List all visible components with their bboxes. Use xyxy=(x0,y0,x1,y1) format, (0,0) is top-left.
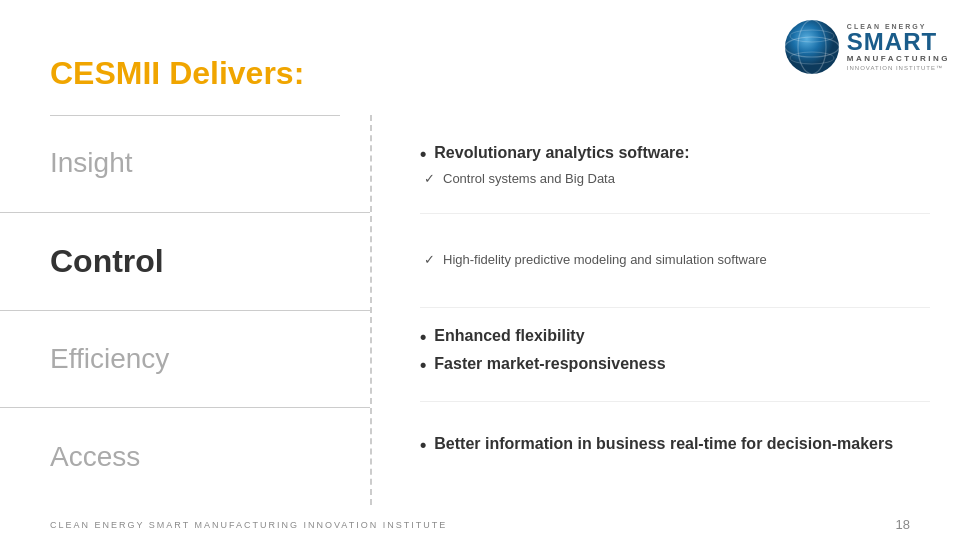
bullet-hifi-modeling: High-fidelity predictive modeling and si… xyxy=(420,252,930,267)
page-number: 18 xyxy=(896,517,910,532)
badge-innovation: INNOVATION INSTITUTE™ xyxy=(847,65,943,71)
access-label: Access xyxy=(50,441,340,473)
left-item-efficiency[interactable]: Efficiency xyxy=(0,311,370,409)
bullet-faster-market: Faster market-responsiveness xyxy=(420,355,930,377)
control-label: Control xyxy=(50,243,340,280)
efficiency-label: Efficiency xyxy=(50,343,340,375)
bullet-better-info: Better information in business real-time… xyxy=(420,435,930,457)
vertical-divider xyxy=(370,115,372,505)
badge-smart: SMART xyxy=(847,30,937,54)
main-content: Insight Control Efficiency Access Revolu… xyxy=(0,115,960,505)
left-item-access[interactable]: Access xyxy=(0,408,370,505)
svg-point-0 xyxy=(785,20,839,74)
title-suffix: Delivers: xyxy=(160,55,304,91)
bullet-control-systems: Control systems and Big Data xyxy=(420,171,930,186)
page-title: CESMII Delivers: xyxy=(50,55,304,92)
insight-label: Insight xyxy=(50,147,340,179)
left-item-control[interactable]: Control xyxy=(0,213,370,311)
bullet-enhanced-flex: Enhanced flexibility xyxy=(420,327,930,349)
title-prefix: CESMII xyxy=(50,55,160,91)
footer: CLEAN ENERGY SMART MANUFACTURING INNOVAT… xyxy=(50,517,910,532)
right-section-insight: Revolutionary analytics software: Contro… xyxy=(420,120,930,214)
left-item-insight[interactable]: Insight xyxy=(0,115,370,213)
badge-area: CLEAN ENERGY SMART MANUFACTURING INNOVAT… xyxy=(697,0,960,85)
badge-manufacturing: MANUFACTURING xyxy=(847,54,950,63)
right-section-access: Better information in business real-time… xyxy=(420,402,930,495)
bullet-analytics: Revolutionary analytics software: xyxy=(420,144,930,166)
footer-text: CLEAN ENERGY SMART MANUFACTURING INNOVAT… xyxy=(50,520,447,530)
right-panel: Revolutionary analytics software: Contro… xyxy=(370,115,960,505)
globe-icon xyxy=(783,18,841,76)
right-section-control: High-fidelity predictive modeling and si… xyxy=(420,214,930,308)
left-panel: Insight Control Efficiency Access xyxy=(0,115,370,505)
right-section-efficiency: Enhanced flexibility Faster market-respo… xyxy=(420,308,930,402)
